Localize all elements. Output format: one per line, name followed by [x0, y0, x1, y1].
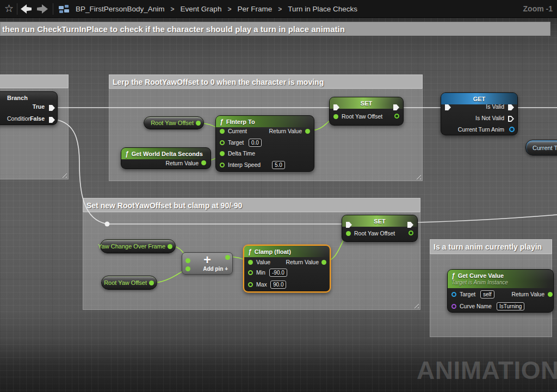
comment-turn-header[interactable]: Is a turn anim currently playin — [430, 239, 552, 254]
float-pin-return[interactable] — [548, 292, 553, 297]
exec-pin-in[interactable] — [445, 104, 451, 110]
variable-label: Root Yaw Offset — [342, 113, 382, 120]
false-pin-label: False — [30, 115, 45, 122]
float-pin-in-b[interactable] — [185, 266, 190, 271]
curve-name-label: Curve Name — [460, 303, 492, 309]
node-header: SET — [342, 215, 417, 227]
get-curve-value-node[interactable]: ƒGet Curve Value Target is Anim Instance… — [447, 269, 554, 313]
return-value-label: Return Value — [286, 259, 319, 265]
object-pin-out[interactable] — [509, 127, 515, 132]
branch-title: Branch — [7, 95, 28, 101]
breadcrumb-toolbar: ☆ BP_FirstPersonBody_Anim > Event Graph … — [0, 0, 557, 18]
node-header: ƒ FInterp To — [216, 116, 314, 127]
node-header: SET — [330, 97, 403, 109]
comment-clamp-header[interactable]: Set new RootYawOffset but clamp at 90/-9… — [83, 198, 420, 212]
is-valid-label: Is Valid — [486, 103, 504, 110]
add-pin-button[interactable]: Add pin + — [203, 266, 228, 272]
breadcrumb-item-blueprint[interactable]: BP_FirstPersonBody_Anim — [76, 5, 165, 13]
add-node[interactable]: + Add pin + — [182, 252, 233, 275]
node-header: ƒGet Curve Value Target is Anim Instance — [448, 270, 553, 288]
float-pin-return[interactable] — [305, 129, 310, 134]
branch-node[interactable]: Branch True Condition False — [0, 91, 58, 125]
float-pin-in[interactable] — [333, 114, 338, 119]
variable-label: Root Yaw Offset — [151, 120, 194, 126]
breadcrumb-item-turn-in-place[interactable]: Turn in Place Checks — [288, 5, 357, 13]
function-icon: ƒ — [248, 248, 252, 256]
condition-pin-label: Condition — [7, 115, 31, 122]
target-label: Target — [460, 291, 475, 297]
blueprint-editor: ANIMATION then run CheckTurnInPlace to c… — [0, 0, 557, 392]
resize-handle[interactable] — [412, 302, 419, 308]
forward-arrow-icon[interactable] — [37, 4, 48, 14]
exec-pin-false[interactable] — [49, 117, 55, 123]
return-value-label: Return Value — [511, 291, 544, 297]
breadcrumb-item-per-frame[interactable]: Per Frame — [237, 5, 272, 13]
curve-name-value-field[interactable]: IsTurning — [497, 302, 524, 310]
float-pin-out[interactable] — [201, 160, 206, 165]
comment-lerp-header[interactable]: Lerp the RootYawOffset to 0 when the cha… — [109, 74, 423, 89]
breadcrumb: BP_FirstPersonBody_Anim > Event Graph > … — [76, 0, 357, 18]
float-pin-min[interactable] — [248, 270, 253, 275]
back-arrow-icon[interactable] — [21, 4, 32, 14]
name-pin-curve[interactable] — [451, 304, 456, 309]
interp-speed-value-field[interactable]: 5.0 — [272, 161, 285, 169]
float-pin-current[interactable] — [220, 129, 225, 134]
blueprint-icon[interactable] — [59, 5, 70, 14]
comment-left-header[interactable] — [0, 74, 69, 88]
float-pin-value[interactable] — [248, 260, 253, 265]
float-pin-out[interactable] — [409, 231, 413, 235]
get-validated-node[interactable]: GET Is Valid Is Not Valid Current Turn A… — [441, 92, 518, 135]
exec-pin-is-not-valid[interactable] — [508, 116, 514, 122]
float-pin-max[interactable] — [248, 282, 253, 287]
interp-speed-label: Interp Speed — [228, 161, 261, 168]
set-root-yaw-offset-node[interactable]: SET Root Yaw Offset — [342, 215, 418, 242]
variable-label: Root Yaw Offset — [354, 230, 395, 237]
node-header: ƒ Get World Delta Seconds — [121, 148, 211, 159]
exec-pin-true[interactable] — [49, 105, 55, 111]
float-pin-in[interactable] — [346, 231, 351, 236]
chevron-right-icon: > — [278, 5, 282, 13]
function-icon: ƒ — [125, 150, 129, 158]
exec-pin-is-valid[interactable] — [508, 104, 514, 110]
toolbar-divider — [17, 3, 17, 15]
node-title: Get World Delta Seconds — [132, 151, 203, 157]
current-turn-anim-getter[interactable]: Current T — [525, 140, 557, 155]
node-title: SET — [361, 100, 372, 107]
node-title: Get Curve Value — [458, 272, 504, 279]
favorite-star-icon[interactable]: ☆ — [4, 3, 14, 15]
float-pin-out[interactable] — [168, 244, 172, 249]
min-value-field[interactable]: -90.0 — [269, 269, 287, 277]
variable-label: Root Yaw Offset — [104, 279, 147, 286]
clamp-float-node[interactable]: ƒ Clamp (float) Value Min -90.0 Max 90.0… — [243, 245, 331, 293]
float-pin-out[interactable] — [149, 281, 154, 285]
object-pin-target[interactable] — [451, 292, 456, 297]
float-pin-in-a[interactable] — [185, 258, 190, 263]
node-header: GET — [441, 93, 517, 104]
float-pin-delta-time[interactable] — [220, 151, 225, 156]
current-label: Current — [228, 128, 247, 134]
target-value-field[interactable]: self — [480, 290, 494, 298]
get-world-delta-seconds-node[interactable]: ƒ Get World Delta Seconds Return Value — [121, 147, 211, 169]
return-value-label: Return Value — [269, 128, 302, 134]
finterp-to-node[interactable]: ƒ FInterp To Current Target 0.0 Delta Ti… — [215, 115, 314, 172]
yaw-change-over-frame-getter[interactable]: Yaw Change Over Frame — [100, 239, 176, 253]
float-pin-out[interactable] — [394, 114, 399, 119]
variable-label: Yaw Change Over Frame — [98, 243, 165, 250]
max-value-field[interactable]: 90.0 — [270, 281, 286, 289]
resize-handle[interactable] — [60, 171, 67, 178]
root-yaw-offset-getter[interactable]: Root Yaw Offset — [101, 276, 157, 290]
function-icon: ƒ — [220, 118, 224, 126]
resize-handle[interactable] — [414, 173, 421, 179]
float-pin-out[interactable] — [225, 255, 230, 260]
breadcrumb-item-event-graph[interactable]: Event Graph — [181, 5, 222, 13]
float-pin-return[interactable] — [321, 260, 326, 265]
float-pin-target[interactable] — [220, 140, 225, 145]
comment-top-note[interactable]: then run CheckTurnInPlace to check if th… — [0, 22, 550, 36]
float-pin-interp-speed[interactable] — [220, 163, 225, 167]
target-value-field[interactable]: 0.0 — [249, 139, 262, 147]
set-root-yaw-offset-node[interactable]: SET Root Yaw Offset — [329, 97, 404, 126]
function-icon: ƒ — [451, 272, 455, 279]
root-yaw-offset-getter[interactable]: Root Yaw Offset — [144, 116, 204, 129]
float-pin-out[interactable] — [196, 121, 201, 126]
toolbar-divider — [53, 3, 53, 15]
